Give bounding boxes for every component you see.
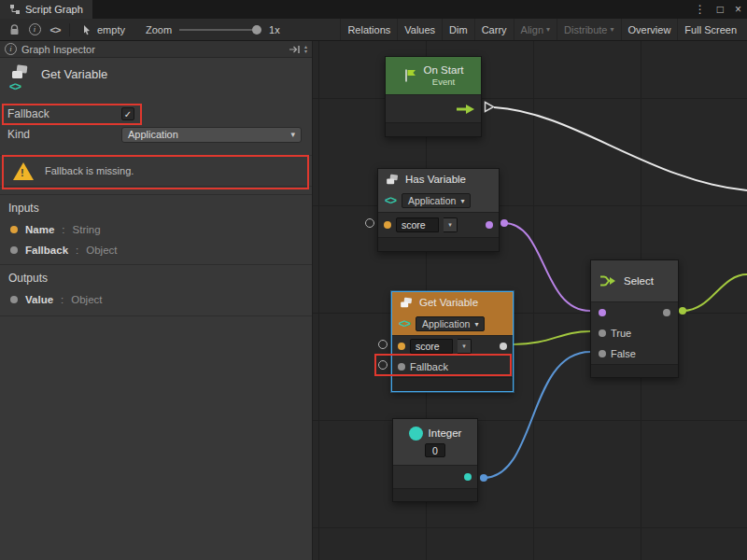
values-button[interactable]: Values: [397, 19, 442, 40]
wire-select-out[interactable]: [683, 274, 747, 311]
inputs-section: Inputs Name : String Fallback : Object: [0, 194, 312, 260]
dock-icon[interactable]: [289, 45, 301, 54]
toolbar-buttons: Relations Values Dim Carry Align▾ Distri…: [340, 19, 743, 40]
wire-on-start-out[interactable]: [494, 107, 747, 190]
zoom-control: Zoom 1x: [146, 24, 280, 35]
port-selection-out[interactable]: [663, 309, 670, 316]
graph-canvas[interactable]: On Start Event Has Variable <: [313, 41, 747, 560]
port-select-out[interactable]: [679, 307, 686, 315]
node-has-variable[interactable]: Has Variable <> Application▾ score ▾: [377, 168, 500, 252]
fallback-checkbox[interactable]: ✓: [121, 107, 134, 120]
variables-icon: [385, 174, 400, 186]
true-port-label: True: [611, 328, 631, 339]
zoom-slider-knob[interactable]: [252, 25, 261, 35]
port-result-out[interactable]: [486, 221, 493, 229]
node-title: Select: [624, 275, 654, 287]
relations-button[interactable]: Relations: [340, 19, 397, 40]
inspector-title: Graph Inspector: [21, 44, 95, 55]
node-header: Select: [591, 260, 678, 301]
kind-field-row: Kind Application ▾: [0, 124, 312, 145]
variable-name-field[interactable]: score: [396, 217, 439, 232]
align-button[interactable]: Align▾: [514, 19, 557, 40]
node-select[interactable]: Select True False: [590, 259, 679, 378]
zoom-slider[interactable]: [179, 29, 261, 31]
maximize-icon[interactable]: □: [712, 3, 729, 16]
script-graph-window: Script Graph ⋮ □ × i <> empty Zoom 1x Re…: [0, 0, 747, 560]
code-icon[interactable]: <>: [45, 19, 65, 40]
kind-dropdown[interactable]: Application▾: [416, 316, 485, 331]
scroll-arrows[interactable]: ▴ ▾: [304, 45, 307, 54]
port-value-out[interactable]: [500, 343, 507, 350]
fallback-field-row: Fallback ✓: [0, 104, 312, 124]
port-condition-in[interactable]: [599, 309, 606, 316]
scroll-down-icon[interactable]: ▾: [304, 49, 307, 54]
chevron-down-icon: ▾: [546, 25, 550, 34]
warning-icon: !: [13, 162, 34, 180]
node-title: Get Variable: [419, 297, 478, 308]
overview-button[interactable]: Overview: [621, 19, 678, 40]
integer-value-field[interactable]: 0: [425, 443, 445, 457]
fallback-port-label: Fallback: [410, 361, 448, 372]
flow-port-out[interactable]: [484, 101, 495, 113]
variable-dropdown-button[interactable]: ▾: [458, 339, 472, 354]
port-name-in[interactable]: [398, 343, 405, 350]
wire-has-variable-select[interactable]: [504, 223, 590, 311]
close-icon[interactable]: ×: [729, 3, 747, 16]
variable-dropdown-button[interactable]: ▾: [444, 217, 458, 232]
false-port-label: False: [611, 348, 636, 359]
lock-icon[interactable]: [4, 19, 24, 40]
port-false-in[interactable]: [599, 350, 606, 357]
node-header: Get Variable <> Application▾: [392, 292, 513, 335]
port-has-variable-out[interactable]: [500, 219, 508, 227]
outputs-section: Outputs Value : Object: [0, 264, 312, 316]
code-icon: <>: [399, 317, 410, 330]
port-name-in[interactable]: [384, 221, 391, 229]
graph-inspector-panel: i Graph Inspector ▴ ▾ <> Get Variable: [0, 41, 313, 560]
port-has-variable-name[interactable]: [365, 218, 374, 228]
check-icon: ✓: [124, 109, 132, 119]
warning-text: Fallback is missing.: [45, 165, 134, 176]
input-port-row: Name : String: [0, 219, 312, 240]
port-get-variable-name[interactable]: [378, 340, 388, 349]
full-screen-button[interactable]: Full Screen: [677, 19, 743, 40]
kind-value: Application: [128, 129, 178, 140]
node-title: Has Variable: [405, 174, 466, 185]
node-header: Has Variable <> Application▾: [378, 169, 499, 212]
node-get-variable[interactable]: Get Variable <> Application▾ score ▾: [391, 291, 514, 392]
menu-icon[interactable]: ⋮: [689, 3, 712, 16]
code-icon: <>: [385, 194, 396, 207]
port-dot-gray: [10, 246, 18, 254]
inspector-header: i Graph Inspector ▴ ▾: [0, 41, 312, 58]
tab-title: Script Graph: [25, 4, 83, 15]
node-title: On Start: [424, 63, 464, 77]
node-on-start[interactable]: On Start Event: [385, 56, 482, 137]
port-get-variable-fallback[interactable]: [378, 360, 388, 370]
port-integer-out[interactable]: [480, 474, 487, 482]
outputs-header: Outputs: [0, 265, 312, 289]
graph-name: empty: [97, 24, 125, 35]
port-value-out[interactable]: [464, 473, 472, 481]
toolbar-separator: [69, 23, 70, 36]
chevron-down-icon: ▾: [460, 197, 464, 205]
distribute-button[interactable]: Distribute▾: [557, 19, 620, 40]
carry-button[interactable]: Carry: [474, 19, 514, 40]
graph-reference[interactable]: empty: [74, 24, 133, 35]
kind-dropdown[interactable]: Application▾: [402, 193, 471, 208]
inputs-header: Inputs: [0, 195, 312, 219]
variables-icon: [399, 297, 414, 309]
node-header: On Start Event: [386, 57, 481, 94]
kind-dropdown[interactable]: Application ▾: [121, 127, 302, 143]
port-dot-gray: [10, 296, 18, 303]
info-icon[interactable]: i: [24, 19, 45, 40]
wires-layer: [313, 41, 747, 560]
port-fallback-in[interactable]: [398, 363, 405, 371]
wire-get-variable-select[interactable]: [514, 331, 590, 344]
title-bar: Script Graph ⋮ □ ×: [0, 0, 747, 19]
graph-toolbar: i <> empty Zoom 1x Relations Values Dim …: [0, 19, 747, 41]
port-true-in[interactable]: [599, 329, 606, 337]
select-icon: [599, 273, 617, 288]
node-integer[interactable]: Integer 0: [392, 418, 478, 502]
tab-script-graph[interactable]: Script Graph: [0, 0, 92, 19]
dim-button[interactable]: Dim: [442, 19, 474, 40]
variable-name-field[interactable]: score: [410, 339, 453, 354]
